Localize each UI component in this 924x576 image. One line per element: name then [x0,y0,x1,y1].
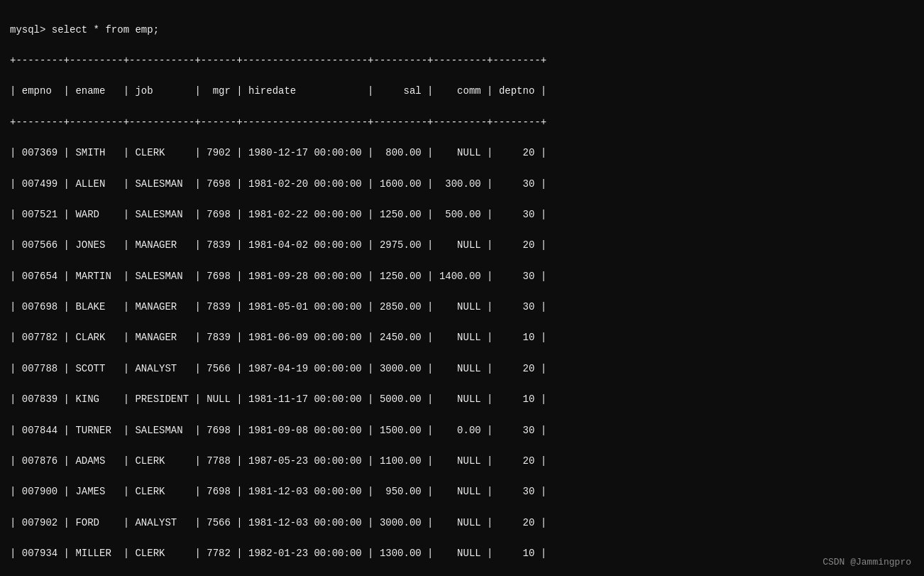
separator2: +--------+---------+-----------+------+-… [10,116,546,128]
row-4: | 007654 | MARTIN | SALESMAN | 7698 | 19… [10,271,546,282]
row-7: | 007788 | SCOTT | ANALYST | 7566 | 1987… [10,363,546,374]
row-8: | 007839 | KING | PRESIDENT | NULL | 198… [10,393,546,405]
row-0: | 007369 | SMITH | CLERK | 7902 | 1980-1… [10,147,546,158]
row-12: | 007902 | FORD | ANALYST | 7566 | 1981-… [10,517,546,528]
separator1: +--------+---------+-----------+------+-… [10,55,546,66]
row-5: | 007698 | BLAKE | MANAGER | 7839 | 1981… [10,301,546,313]
query1-prompt: mysql> select * from emp; [10,24,159,36]
table-header: | empno | ename | job | mgr | hiredate |… [10,85,546,97]
terminal-output: mysql> select * from emp; +--------+----… [10,7,914,576]
row-1: | 007499 | ALLEN | SALESMAN | 7698 | 198… [10,178,546,190]
row-9: | 007844 | TURNER | SALESMAN | 7698 | 19… [10,425,546,436]
row-11: | 007900 | JAMES | CLERK | 7698 | 1981-1… [10,486,546,497]
row-3: | 007566 | JONES | MANAGER | 7839 | 1981… [10,239,546,251]
row-10: | 007876 | ADAMS | CLERK | 7788 | 1987-0… [10,455,546,467]
row-2: | 007521 | WARD | SALESMAN | 7698 | 1981… [10,209,546,220]
row-13: | 007934 | MILLER | CLERK | 7782 | 1982-… [10,548,546,559]
row-6: | 007782 | CLARK | MANAGER | 7839 | 1981… [10,332,546,343]
watermark-label: CSDN @Jammingpro [823,557,911,567]
